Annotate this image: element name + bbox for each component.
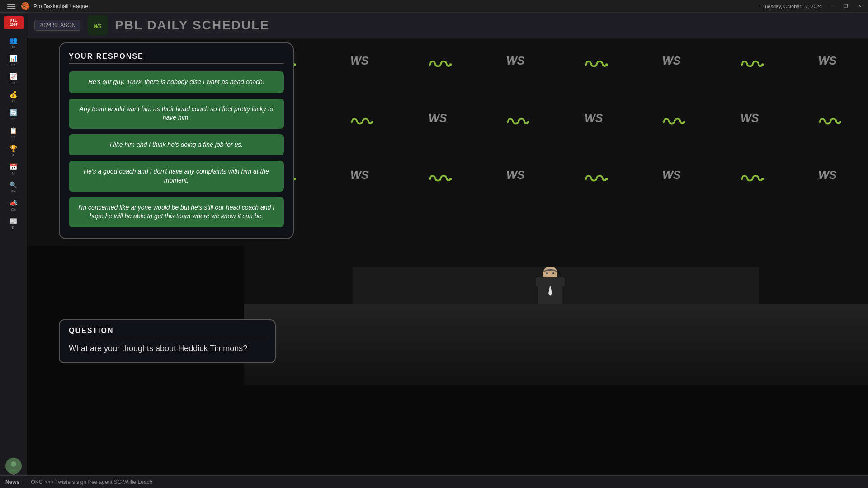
sidebar-item-awards[interactable]: 🏆 A <box>2 143 25 159</box>
svg-text:WS: WS <box>350 169 369 181</box>
dialog-overlay: YOUR RESPONSE He's our guy. 100% there i… <box>27 38 280 372</box>
press-background: WS WS WS WS WS WS <box>27 38 868 475</box>
topbar: 2024 SEASON WS PBL DAILY SCHEDULE <box>27 13 868 38</box>
restore-button[interactable]: ❐ <box>843 3 849 9</box>
svg-text:WS: WS <box>506 169 525 181</box>
sidebar-label-media: M <box>12 171 15 175</box>
sidebar-label-coaching: Ca <box>11 207 15 211</box>
avatar[interactable] <box>5 458 22 474</box>
titlebar-title: Pro Basketball League <box>33 3 88 9</box>
response-title: YOUR RESPONSE <box>69 52 284 64</box>
titlebar-controls: Tuesday, October 17, 2024 — ❐ ✕ <box>762 3 863 9</box>
sidebar-item-search[interactable]: 🔍 Se <box>2 179 25 195</box>
sidebar-item-coaching[interactable]: 📣 Ca <box>2 197 25 213</box>
sidebar-label-league: Le <box>11 63 15 67</box>
team-logo: WS <box>88 15 108 35</box>
sidebar-logo: PBL 2024 <box>4 16 24 29</box>
statusbar: News OKC >>> Twisters sign free agent SG… <box>0 475 868 488</box>
sidebar: PBL 2024 👥 Te 📊 Le 📈 St 💰 Fi 🔄 Tr 📋 Le 🏆… <box>0 13 27 488</box>
sidebar-label-league2: Le <box>11 135 15 139</box>
sidebar-item-draft[interactable]: 📰 D <box>2 215 25 231</box>
press-stage: WS WS WS WS WS WS <box>244 38 868 385</box>
response-option-5[interactable]: I'm concerned like anyone would be but h… <box>69 197 284 227</box>
titlebar-date: Tuesday, October 17, 2024 <box>762 4 822 9</box>
minimize-button[interactable]: — <box>829 3 835 9</box>
response-option-3[interactable]: I like him and I think he's doing a fine… <box>69 134 284 156</box>
press-backdrop-cell: WS <box>634 152 712 197</box>
backdrop-grid: WS WS WS WS WS WS <box>244 38 868 210</box>
media-icon: 📅 <box>9 163 17 170</box>
sidebar-label-trades: Tr <box>12 117 15 121</box>
press-backdrop-cell <box>322 95 401 141</box>
close-button[interactable]: ✕ <box>856 3 863 9</box>
question-text: What are your thoughts about Heddick Tim… <box>69 344 266 353</box>
sidebar-item-league[interactable]: 📊 Le <box>2 52 25 69</box>
svg-text:WS: WS <box>429 112 447 124</box>
response-box: YOUR RESPONSE He's our guy. 100% there i… <box>59 42 294 239</box>
press-backdrop-cell <box>556 38 634 83</box>
team-icon: 👥 <box>9 37 17 44</box>
svg-text:WS: WS <box>506 54 525 67</box>
press-backdrop-cell: WS <box>790 152 868 197</box>
stage-floor <box>244 304 868 385</box>
season-badge: 2024 SEASON <box>34 20 80 31</box>
stats-icon: 📈 <box>9 73 17 80</box>
sidebar-item-trades[interactable]: 🔄 Tr <box>2 107 25 123</box>
press-backdrop-cell: WS <box>400 95 478 141</box>
svg-text:WS: WS <box>662 169 681 181</box>
svg-text:WS: WS <box>662 54 681 67</box>
trades-icon: 🔄 <box>9 109 17 116</box>
response-option-2[interactable]: Any team would want him as their head co… <box>69 99 284 129</box>
question-title: QUESTION <box>69 327 266 338</box>
sidebar-label-draft: D <box>12 225 15 230</box>
league2-icon: 📋 <box>9 127 17 134</box>
awards-icon: 🏆 <box>9 145 17 152</box>
sidebar-item-team[interactable]: 👥 Te <box>2 34 25 51</box>
response-header: YOUR RESPONSE <box>69 52 284 64</box>
press-backdrop-cell: WS <box>478 152 557 197</box>
app-icon: 🏀 <box>21 2 30 10</box>
sidebar-item-league2[interactable]: 📋 Le <box>2 125 25 141</box>
press-backdrop-cell: WS <box>322 152 401 197</box>
sidebar-item-stats[interactable]: 📈 St <box>2 70 25 87</box>
svg-text:PBL: PBL <box>10 19 17 22</box>
question-box: QUESTION What are your thoughts about He… <box>59 319 276 363</box>
svg-text:WS: WS <box>818 54 837 67</box>
svg-text:2024: 2024 <box>10 23 17 26</box>
svg-point-69 <box>552 272 554 274</box>
main-content: WS WS WS WS WS WS <box>27 38 868 475</box>
sidebar-label-awards: A <box>12 153 14 157</box>
svg-text:WS: WS <box>585 112 603 124</box>
svg-text:WS: WS <box>818 169 837 181</box>
press-backdrop-cell: WS <box>556 95 634 141</box>
sidebar-item-media[interactable]: 📅 M <box>2 161 25 177</box>
press-backdrop-cell <box>478 95 557 141</box>
press-backdrop-cell <box>712 152 790 197</box>
ticker-source: OKC >>> <box>31 479 53 485</box>
press-backdrop-cell: WS <box>478 38 557 83</box>
press-conference-visual: WS WS WS WS WS WS <box>244 38 868 385</box>
press-backdrop-cell <box>790 95 868 141</box>
sidebar-label-stats: St <box>12 81 15 85</box>
titlebar-left: 🏀 Pro Basketball League <box>5 2 88 11</box>
hamburger-menu[interactable] <box>5 2 17 11</box>
titlebar: 🏀 Pro Basketball League Tuesday, October… <box>0 0 868 13</box>
news-label: News <box>5 479 19 485</box>
coaching-icon: 📣 <box>9 199 17 206</box>
response-option-4[interactable]: He's a good coach and I don't have any c… <box>69 161 284 191</box>
svg-point-68 <box>546 272 548 274</box>
response-option-1[interactable]: He's our guy. 100% there is nobody else … <box>69 71 284 93</box>
press-backdrop-cell <box>400 152 478 197</box>
finance-icon: 💰 <box>9 91 17 98</box>
svg-rect-70 <box>536 277 565 286</box>
press-backdrop-cell <box>400 38 478 83</box>
svg-text:WS: WS <box>350 54 369 67</box>
press-backdrop-cell <box>634 95 712 141</box>
ticker-text: Twisters sign free agent SG Willie Leach <box>55 479 152 485</box>
sidebar-item-finance[interactable]: 💰 Fi <box>2 89 25 105</box>
sidebar-label-search: Se <box>11 189 16 193</box>
press-backdrop-cell <box>556 152 634 197</box>
draft-icon: 📰 <box>9 217 17 225</box>
svg-text:WS: WS <box>94 23 102 29</box>
svg-text:WS: WS <box>741 112 759 124</box>
